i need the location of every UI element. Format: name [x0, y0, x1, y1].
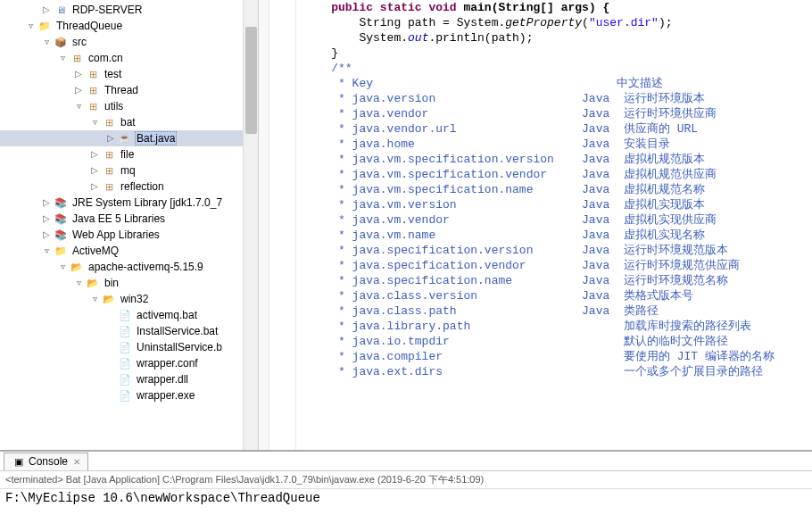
expand-toggle-icon[interactable]: ▿: [23, 19, 37, 33]
line-gutter[interactable]: [269, 0, 296, 450]
tree-item-thread[interactable]: ▷⊞Thread: [0, 82, 258, 98]
prop-cat: Java: [582, 107, 624, 120]
tree-item-rdp-server[interactable]: ▷🖥RDP-SERVER: [0, 2, 258, 18]
tree-item-java-ee-5-libraries[interactable]: ▷📚Java EE 5 Libraries: [0, 211, 258, 227]
tree-item-installservice-bat[interactable]: 📄InstallService.bat: [0, 323, 258, 339]
expand-toggle-icon[interactable]: ▿: [39, 244, 54, 258]
expand-toggle-icon[interactable]: ▿: [55, 260, 70, 274]
expand-toggle-icon[interactable]: ▿: [87, 292, 102, 306]
folder-icon: 📂: [102, 292, 116, 306]
tree-item-label: Bat.java: [135, 131, 177, 145]
prop-key: java.specification.vendor: [352, 259, 582, 272]
tree-item-reflection[interactable]: ▷⊞reflection: [0, 179, 258, 195]
tree-item-bin[interactable]: ▿📂bin: [0, 275, 258, 291]
tree-item-com-cn[interactable]: ▿⊞com.cn: [0, 50, 258, 66]
prop-key: java.class.path: [352, 304, 582, 318]
tree-item-wrapper-exe[interactable]: 📄wrapper.exe: [0, 387, 258, 403]
scrollbar-thumb[interactable]: [245, 27, 257, 134]
tree-item-label: reflection: [119, 180, 166, 193]
javadoc-star: *: [303, 153, 352, 166]
prop-cn: 类格式版本号: [624, 289, 693, 303]
tree-item-bat[interactable]: ▿⊞bat: [0, 114, 258, 130]
prop-cn: 虚拟机实现供应商: [624, 213, 717, 227]
javadoc-star: *: [303, 274, 352, 287]
tree-item-wrapper-dll[interactable]: 📄wrapper.dll: [0, 371, 258, 387]
tree-item-jre-system-library-jdk1-7-0-7[interactable]: ▷📚JRE System Library [jdk1.7.0_7: [0, 195, 258, 211]
tree-item-activemq[interactable]: ▿📁ActiveMQ: [0, 243, 258, 259]
expand-toggle-icon[interactable]: ▿: [71, 99, 86, 113]
filebat-icon: 📄: [118, 324, 132, 338]
expand-toggle-icon[interactable]: ▿: [87, 115, 102, 129]
tree-item-label: Thread: [103, 84, 140, 96]
prop-key: java.ext.dirs: [352, 365, 582, 378]
prop-cn: 运行时环境规范供应商: [624, 259, 740, 272]
tree-item-win32[interactable]: ▿📂win32: [0, 291, 258, 307]
expand-toggle-icon[interactable]: ▷: [87, 179, 102, 194]
tree-scrollbar[interactable]: [243, 0, 258, 450]
expand-toggle-icon[interactable]: ▿: [55, 51, 70, 65]
tree-item-utils[interactable]: ▿⊞utils: [0, 98, 258, 114]
file-icon: 📄: [118, 388, 132, 403]
folder-icon: 📂: [86, 276, 100, 290]
javadoc-star: *: [303, 168, 352, 181]
tree-item-label: file: [119, 148, 136, 161]
expand-toggle-icon[interactable]: ▷: [39, 212, 54, 226]
javadoc-star: *: [303, 304, 352, 318]
prop-cn: 加载库时搜索的路径列表: [624, 320, 751, 333]
tree-item-label: RDP-SERVER: [70, 4, 144, 16]
tree-item-label: wrapper.dll: [135, 373, 190, 386]
tree-item-uninstallservice-b[interactable]: 📄UninstallService.b: [0, 339, 258, 355]
tree-item-label: test: [103, 68, 123, 80]
expand-toggle-icon[interactable]: ▷: [87, 163, 102, 178]
tree-item-wrapper-conf[interactable]: 📄wrapper.conf: [0, 355, 258, 371]
tree-item-label: Web App Libraries: [70, 228, 162, 241]
prop-cat: Java: [582, 304, 624, 318]
expand-toggle-icon[interactable]: ▷: [39, 3, 54, 17]
tree-item-label: ThreadQueue: [54, 20, 124, 32]
tree-item-label: JRE System Library [jdk1.7.0_7: [70, 196, 224, 209]
console-tab[interactable]: ▣ Console ✕: [4, 453, 88, 470]
console-panel: ▣ Console ✕ <terminated> Bat [Java Appli…: [0, 450, 812, 515]
project-tree[interactable]: ▷🖥RDP-SERVER▿📁ThreadQueue▿📦src▿⊞com.cn▷⊞…: [0, 0, 258, 405]
expand-toggle-icon[interactable]: ▷: [87, 147, 102, 162]
code-editor[interactable]: public static void main(String[] args) {…: [296, 0, 812, 450]
jar-icon: 📚: [54, 195, 68, 210]
tree-item-label: Java EE 5 Libraries: [70, 212, 167, 225]
folding-ruler[interactable]: [259, 0, 269, 450]
javadoc-star: *: [303, 198, 352, 212]
expand-toggle-icon[interactable]: ▷: [71, 67, 86, 81]
prop-cat: Java: [582, 137, 624, 151]
console-icon: ▣: [12, 454, 26, 469]
tree-item-apache-activemq-5-15-9[interactable]: ▿📂apache-activemq-5.15.9: [0, 259, 258, 275]
expand-toggle-icon[interactable]: ▿: [71, 276, 86, 290]
expand-toggle-icon[interactable]: ▿: [39, 35, 54, 49]
expand-toggle-icon[interactable]: ▷: [71, 83, 86, 97]
javadoc-star: *: [303, 183, 352, 196]
javadoc-star: *: [303, 365, 352, 378]
tree-item-mq[interactable]: ▷⊞mq: [0, 162, 258, 179]
tree-item-label: com.cn: [87, 52, 125, 64]
expand-toggle-icon[interactable]: ▷: [39, 228, 54, 242]
tree-item-activemq-bat[interactable]: 📄activemq.bat: [0, 307, 258, 323]
tree-item-src[interactable]: ▿📦src: [0, 34, 258, 50]
prop-cn: 虚拟机实现名称: [624, 228, 705, 242]
prop-key: java.version: [352, 92, 582, 105]
prop-cn: 虚拟机实现版本: [624, 198, 705, 212]
prop-cn: 默认的临时文件路径: [624, 335, 728, 348]
close-icon[interactable]: ✕: [73, 457, 80, 467]
tree-item-file[interactable]: ▷⊞file: [0, 146, 258, 162]
main-area: ▷🖥RDP-SERVER▿📁ThreadQueue▿📦src▿⊞com.cn▷⊞…: [0, 0, 812, 450]
prop-cn: 供应商的 URL: [624, 122, 698, 136]
javadoc-star: *: [303, 122, 352, 136]
tree-item-web-app-libraries[interactable]: ▷📚Web App Libraries: [0, 227, 258, 243]
tree-item-bat-java[interactable]: ▷☕Bat.java: [0, 130, 258, 146]
tree-item-threadqueue[interactable]: ▿📁ThreadQueue: [0, 18, 258, 34]
console-output[interactable]: F:\MyEclipse 10.6\newWorkspace\ThreadQue…: [0, 488, 812, 515]
console-tabbar: ▣ Console ✕: [0, 452, 812, 471]
javadoc-star: *: [303, 259, 352, 272]
tree-item-test[interactable]: ▷⊞test: [0, 66, 258, 82]
code-brace: }: [303, 46, 338, 60]
expand-toggle-icon[interactable]: ▷: [39, 195, 54, 210]
expand-toggle-icon[interactable]: ▷: [104, 131, 118, 145]
prop-key: java.vm.specification.version: [352, 153, 582, 166]
